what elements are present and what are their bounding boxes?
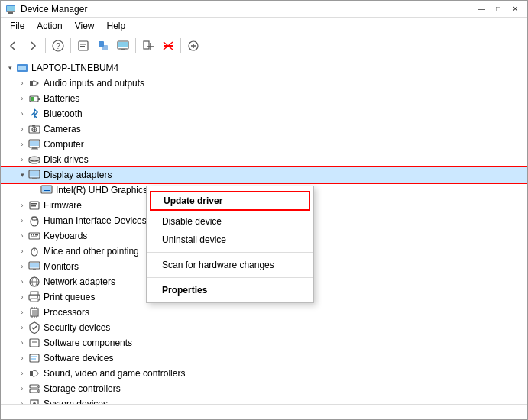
tree-item-cameras[interactable]: › Cameras xyxy=(1,121,527,137)
tree-item-system[interactable]: › System devices xyxy=(1,396,527,404)
svg-rect-32 xyxy=(30,141,39,146)
svg-rect-67 xyxy=(31,299,38,302)
processors-expand[interactable]: › xyxy=(16,306,28,318)
svg-rect-60 xyxy=(30,263,39,268)
system-expand[interactable]: › xyxy=(16,398,28,404)
svg-rect-15 xyxy=(144,41,149,49)
window-icon xyxy=(5,4,16,15)
processors-icon xyxy=(28,306,40,318)
svg-rect-82 xyxy=(31,358,36,360)
svg-rect-2 xyxy=(7,11,15,12)
tree-item-sound[interactable]: › Sound, video and game controllers xyxy=(1,366,527,381)
display-expand[interactable]: ▾ xyxy=(16,169,28,181)
svg-rect-55 xyxy=(31,237,37,238)
svg-rect-54 xyxy=(37,234,38,236)
ctx-disable-device[interactable]: Disable device xyxy=(147,212,313,231)
svg-rect-77 xyxy=(30,339,39,347)
context-menu: Update driver Disable device Uninstall d… xyxy=(146,186,314,303)
maximize-button[interactable]: □ xyxy=(491,4,506,15)
menu-item-view[interactable]: View xyxy=(69,19,101,33)
intel-expand xyxy=(28,184,40,196)
sound-expand[interactable]: › xyxy=(16,367,28,380)
cameras-label: Cameras xyxy=(44,124,81,134)
processors-label: Processors xyxy=(44,307,89,318)
network-expand[interactable]: › xyxy=(16,276,28,288)
tree-root[interactable]: ▾ LAPTOP-LTNEBUM4 xyxy=(1,60,527,76)
svg-rect-46 xyxy=(31,205,36,207)
monitors-expand[interactable]: › xyxy=(16,260,28,273)
toolbar-back[interactable] xyxy=(4,37,22,55)
svg-rect-10 xyxy=(102,45,108,50)
disk-expand[interactable]: › xyxy=(16,153,28,166)
toolbar-update[interactable] xyxy=(184,37,202,55)
svg-text:?: ? xyxy=(56,42,60,50)
tree-item-processors[interactable]: › Processors xyxy=(1,305,527,320)
mice-expand[interactable]: › xyxy=(16,245,28,257)
root-label: LAPTOP-LTNEBUM4 xyxy=(31,63,118,73)
svg-rect-39 xyxy=(30,171,39,176)
tree-item-bluetooth[interactable]: › Bluetooth xyxy=(1,106,527,121)
svg-rect-83 xyxy=(30,371,33,376)
tree-item-sw-devices[interactable]: › Software devices xyxy=(1,351,527,366)
toolbar-sep3 xyxy=(135,38,136,53)
firmware-expand[interactable]: › xyxy=(16,199,28,212)
toolbar-sep1 xyxy=(45,38,46,53)
root-expand[interactable]: ▾ xyxy=(4,62,16,74)
print-expand[interactable]: › xyxy=(16,291,28,303)
disk-icon xyxy=(28,153,40,166)
storage-expand[interactable]: › xyxy=(16,383,28,395)
toolbar-remove[interactable] xyxy=(159,37,177,55)
bluetooth-label: Bluetooth xyxy=(44,108,83,119)
tree-item-security[interactable]: › Security devices xyxy=(1,320,527,335)
hid-expand[interactable]: › xyxy=(16,215,28,227)
ctx-update-driver[interactable]: Update driver xyxy=(150,191,310,211)
toolbar-add[interactable] xyxy=(139,37,157,55)
ctx-properties[interactable]: Properties xyxy=(147,281,313,299)
tree-item-disk[interactable]: › Disk drives xyxy=(1,152,527,167)
toolbar-forward[interactable] xyxy=(24,37,42,55)
storage-label: Storage controllers xyxy=(44,383,121,394)
close-button[interactable]: ✕ xyxy=(507,4,523,15)
svg-point-86 xyxy=(37,386,38,387)
menu-item-help[interactable]: Help xyxy=(101,19,132,33)
keyboards-icon xyxy=(28,230,40,242)
svg-rect-22 xyxy=(30,81,33,86)
svg-point-37 xyxy=(29,157,40,161)
menu-item-action[interactable]: Action xyxy=(31,19,68,33)
device-manager-window: Device Manager — □ ✕ FileActionViewHelp … xyxy=(0,0,528,420)
mice-label: Mice and other pointing xyxy=(44,246,139,257)
toolbar-help[interactable]: ? xyxy=(49,37,67,55)
cameras-expand[interactable]: › xyxy=(16,123,28,135)
security-expand[interactable]: › xyxy=(16,321,28,334)
batteries-expand[interactable]: › xyxy=(16,92,28,105)
sw-devices-expand[interactable]: › xyxy=(16,352,28,364)
tree-item-display[interactable]: ▾ Display adapters xyxy=(1,167,527,183)
toolbar-monitor[interactable] xyxy=(114,37,132,55)
tree-item-batteries[interactable]: › Batteries xyxy=(1,91,527,106)
system-label: System devices xyxy=(44,399,108,404)
computer-expand[interactable]: › xyxy=(16,138,28,150)
svg-rect-61 xyxy=(33,269,36,270)
minimize-button[interactable]: — xyxy=(474,4,489,15)
tree-item-sw-components[interactable]: › Software components xyxy=(1,335,527,351)
intel-label: Intel(R) UHD Graphics xyxy=(56,185,147,195)
toolbar-properties[interactable] xyxy=(74,37,92,55)
title-bar-left: Device Manager xyxy=(5,4,87,15)
tree-item-audio[interactable]: › Audio inputs and outputs xyxy=(1,76,527,91)
keyboards-expand[interactable]: › xyxy=(16,230,28,242)
svg-rect-7 xyxy=(80,44,86,45)
sw-components-expand[interactable]: › xyxy=(16,337,28,349)
tree-item-computer[interactable]: › Computer xyxy=(1,137,527,152)
ctx-uninstall-device[interactable]: Uninstall device xyxy=(147,231,313,249)
audio-icon xyxy=(28,77,40,89)
menu-bar: FileActionViewHelp xyxy=(1,18,527,34)
ctx-scan-hardware[interactable]: Scan for hardware changes xyxy=(147,256,313,274)
toolbar-scan[interactable] xyxy=(94,37,112,55)
network-icon xyxy=(28,276,40,288)
menu-item-file[interactable]: File xyxy=(4,19,31,33)
storage-icon xyxy=(28,383,40,395)
bluetooth-expand[interactable]: › xyxy=(16,108,28,120)
svg-rect-25 xyxy=(38,98,40,100)
tree-item-storage[interactable]: › Storage controllers xyxy=(1,381,527,396)
audio-expand[interactable]: › xyxy=(16,77,28,89)
